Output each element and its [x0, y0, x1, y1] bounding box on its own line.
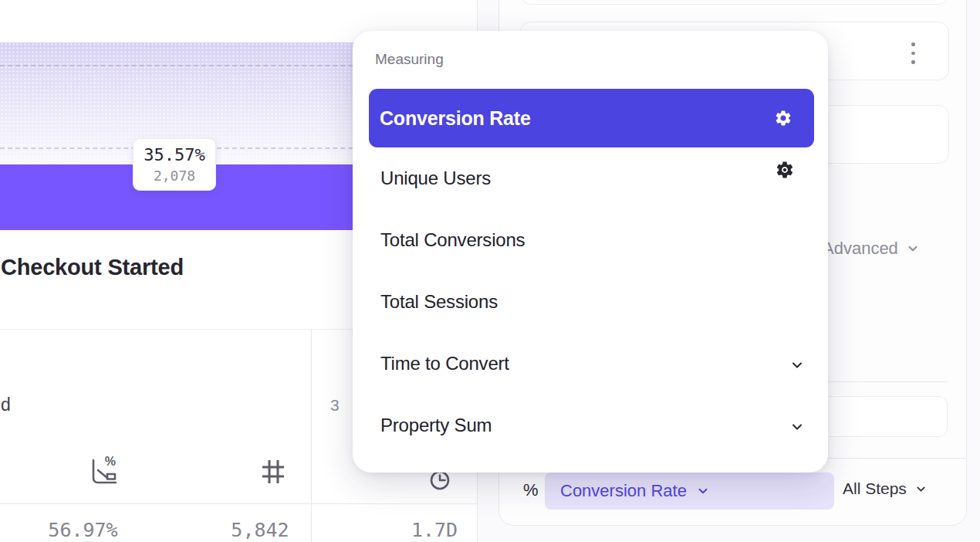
menu-item-unique-users[interactable]: Unique Users [380, 168, 491, 189]
table-step-number: 3 [330, 396, 340, 415]
menu-item-conversion-rate[interactable]: Conversion Rate [369, 89, 814, 147]
menu-item-label: Conversion Rate [380, 107, 531, 130]
builder-step-card[interactable] [520, 0, 949, 5]
all-steps-label: All Steps [843, 479, 907, 498]
all-steps-dropdown[interactable]: All Steps [843, 479, 928, 498]
kebab-menu-icon[interactable] [911, 42, 916, 69]
table-row-divider [0, 503, 478, 504]
chevron-down-icon [906, 242, 920, 256]
percent-symbol: % [523, 480, 539, 500]
metric-value-time: 1.7D [396, 519, 473, 541]
chevron-down-icon[interactable] [789, 357, 805, 373]
chevron-down-icon [914, 483, 928, 496]
metric-value-count: 5,842 [221, 519, 299, 541]
menu-item-property-sum[interactable]: Property Sum [380, 415, 492, 436]
advanced-label: Advanced [823, 239, 898, 259]
measuring-dropdown-menu: Measuring Conversion Rate Unique Users T… [353, 31, 828, 473]
dropdown-section-label: Measuring [375, 51, 444, 68]
hash-icon [260, 457, 286, 486]
chevron-down-icon[interactable] [789, 419, 805, 435]
menu-item-time-to-convert[interactable]: Time to Convert [380, 353, 509, 374]
menu-item-total-conversions[interactable]: Total Conversions [380, 229, 525, 251]
funnel-step-label: Checkout Started [1, 255, 184, 280]
table-step-name-fragment: d [1, 395, 11, 415]
metric-value-conversion-rate: 56.97% [39, 519, 127, 541]
advanced-dropdown[interactable]: Advanced [823, 239, 920, 259]
gear-icon[interactable] [774, 109, 792, 127]
funnel-analysis-screen: 35.57% 2,078 Checkout Started d 3 % 56.9… [0, 0, 980, 542]
measuring-metric-pill[interactable]: Conversion Rate [545, 473, 834, 510]
chart-tooltip: 35.57% 2,078 [133, 138, 216, 191]
menu-item-total-sessions[interactable]: Total Sessions [380, 291, 498, 313]
svg-text:%: % [105, 455, 116, 468]
table-column-divider [311, 330, 312, 542]
tooltip-count: 2,078 [133, 166, 215, 186]
chevron-down-icon [696, 484, 710, 498]
tooltip-percent: 35.57% [133, 144, 215, 166]
metric-pill-label: Conversion Rate [560, 481, 687, 501]
conversion-rate-chart-icon: % [86, 454, 120, 488]
gear-icon[interactable] [775, 160, 795, 180]
